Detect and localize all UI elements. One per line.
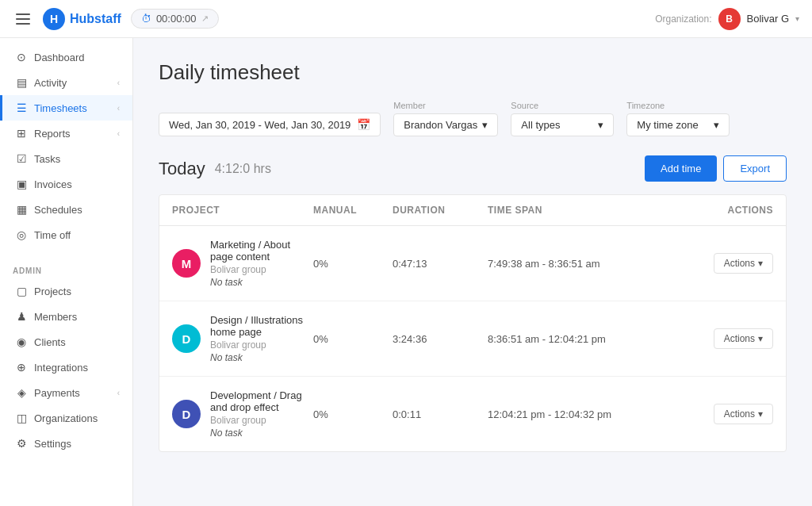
today-title: Today	[159, 159, 205, 179]
page-title: Daily timesheet	[159, 60, 787, 85]
actions-button-2[interactable]: Actions ▾	[714, 328, 773, 349]
manual-3: 0%	[313, 408, 393, 420]
topbar: H Hubstaff ⏱ 00:00:00 ↗ Organization: B …	[0, 0, 812, 38]
sidebar-item-timesheets[interactable]: ☰ Timesheets ‹	[0, 95, 132, 121]
sidebar-label-clients: Clients	[34, 336, 66, 348]
sidebar-item-schedules[interactable]: ▦ Schedules	[0, 197, 132, 222]
sidebar-item-reports[interactable]: ⊞ Reports ‹	[0, 121, 132, 146]
sidebar: ⊙ Dashboard ▤ Activity ‹ ☰ Timesheets ‹	[0, 38, 133, 506]
sidebar-label-members: Members	[34, 311, 77, 323]
sidebar-label-invoices: Invoices	[34, 178, 72, 190]
main-content: Daily timesheet Wed, Jan 30, 2019 - Wed,…	[133, 38, 812, 506]
project-cell-1: M Marketing / About page content Bolivar…	[172, 239, 313, 288]
col-project: Project	[172, 205, 313, 216]
actions-button-3[interactable]: Actions ▾	[714, 404, 773, 424]
sidebar-item-tasks[interactable]: ☑ Tasks	[0, 146, 132, 171]
logo-icon: H	[43, 8, 65, 30]
member-chevron: ▾	[482, 119, 488, 131]
timer-value: 00:00:00	[156, 13, 197, 25]
organizations-icon: ◫	[15, 412, 28, 424]
actions-cell-1: Actions ▾	[662, 253, 773, 274]
sidebar-item-timeoff[interactable]: ◎ Time off	[0, 222, 132, 247]
sidebar-label-reports: Reports	[34, 128, 71, 140]
filter-row: Wed, Jan 30, 2019 - Wed, Jan 30, 2019 📅 …	[159, 101, 787, 136]
calendar-icon: 📅	[357, 118, 370, 131]
user-menu-chevron[interactable]: ▾	[795, 14, 799, 23]
timesheets-chevron: ‹	[117, 104, 120, 113]
dashboard-icon: ⊙	[15, 51, 28, 63]
sidebar-label-settings: Settings	[34, 438, 71, 450]
member-dropdown[interactable]: Brandon Vargas ▾	[393, 113, 498, 136]
source-dropdown[interactable]: All types ▾	[511, 113, 614, 136]
member-value: Brandon Vargas	[404, 119, 477, 131]
table-row: D Development / Drag and drop effect Bol…	[159, 377, 786, 451]
sidebar-label-schedules: Schedules	[34, 204, 82, 216]
timespan-1: 7:49:38 am - 8:36:51 am	[488, 258, 662, 270]
sidebar-item-projects[interactable]: ▢ Projects	[0, 278, 132, 304]
project-name-2: Design / Illustrations home page	[210, 314, 313, 338]
timesheet-table: Project Manual Duration Time span Action…	[159, 194, 787, 452]
clock-icon: ⏱	[141, 13, 151, 25]
actions-button-1[interactable]: Actions ▾	[714, 253, 773, 274]
timespan-2: 8:36:51 am - 12:04:21 pm	[488, 333, 662, 345]
sidebar-label-timesheets: Timesheets	[34, 102, 87, 114]
col-duration: Duration	[393, 205, 488, 216]
sidebar-item-dashboard[interactable]: ⊙ Dashboard	[0, 44, 132, 70]
date-filter-group: Wed, Jan 30, 2019 - Wed, Jan 30, 2019 📅	[159, 113, 381, 136]
sidebar-item-organizations[interactable]: ◫ Organizations	[0, 405, 132, 431]
project-info-1: Marketing / About page content Bolivar g…	[210, 239, 313, 288]
reports-icon: ⊞	[15, 127, 28, 140]
logo: H Hubstaff	[43, 8, 121, 30]
sidebar-label-payments: Payments	[34, 387, 80, 399]
settings-icon: ⚙	[15, 437, 28, 450]
timesheets-icon: ☰	[15, 102, 28, 114]
sidebar-item-clients[interactable]: ◉ Clients	[0, 329, 132, 355]
actions-chevron-2: ▾	[758, 333, 763, 344]
manual-2: 0%	[313, 333, 393, 345]
invoices-icon: ▣	[15, 178, 28, 190]
org-label: Organization:	[655, 13, 711, 25]
add-time-button[interactable]: Add time	[645, 155, 717, 182]
today-hours: 4:12:0 hrs	[215, 162, 271, 176]
activity-chevron: ‹	[117, 79, 120, 87]
table-header: Project Manual Duration Time span Action…	[159, 195, 786, 226]
date-range-picker[interactable]: Wed, Jan 30, 2019 - Wed, Jan 30, 2019 📅	[159, 113, 381, 136]
project-info-2: Design / Illustrations home page Bolivar…	[210, 314, 313, 363]
timer-badge[interactable]: ⏱ 00:00:00 ↗	[131, 9, 219, 29]
avatar-marketing: M	[172, 249, 201, 278]
layout: ⊙ Dashboard ▤ Activity ‹ ☰ Timesheets ‹	[0, 38, 812, 506]
export-button[interactable]: Export	[723, 155, 787, 182]
source-value: All types	[521, 119, 560, 131]
actions-cell-3: Actions ▾	[662, 404, 773, 424]
timezone-dropdown[interactable]: My time zone ▾	[626, 113, 730, 136]
project-task-2: No task	[210, 352, 313, 363]
sidebar-label-projects: Projects	[34, 286, 71, 297]
manual-1: 0%	[313, 258, 393, 270]
sidebar-item-integrations[interactable]: ⊕ Integrations	[0, 355, 132, 380]
project-cell-3: D Development / Drag and drop effect Bol…	[172, 389, 313, 439]
col-timespan: Time span	[488, 205, 662, 216]
sidebar-item-members[interactable]: ♟ Members	[0, 304, 132, 329]
today-header: Today 4:12:0 hrs Add time Export	[159, 155, 787, 182]
member-filter-group: Member Brandon Vargas ▾	[393, 101, 498, 136]
project-group-3: Bolivar group	[210, 415, 313, 426]
duration-2: 3:24:36	[393, 333, 488, 345]
project-task-3: No task	[210, 427, 313, 439]
source-filter-group: Source All types ▾	[511, 101, 614, 136]
hamburger-menu[interactable]	[13, 10, 33, 28]
table-row: D Design / Illustrations home page Boliv…	[159, 301, 786, 377]
sidebar-item-payments[interactable]: ◈ Payments ‹	[0, 380, 132, 405]
sidebar-label-integrations: Integrations	[34, 362, 88, 374]
project-task-1: No task	[210, 277, 313, 288]
sidebar-item-settings[interactable]: ⚙ Settings	[0, 431, 132, 456]
sidebar-label-activity: Activity	[34, 77, 67, 89]
avatar-design: D	[172, 324, 201, 353]
members-icon: ♟	[15, 310, 28, 323]
expand-icon: ↗	[201, 13, 209, 24]
timespan-3: 12:04:21 pm - 12:04:32 pm	[488, 408, 662, 420]
sidebar-item-invoices[interactable]: ▣ Invoices	[0, 171, 132, 197]
sidebar-item-activity[interactable]: ▤ Activity ‹	[0, 70, 132, 95]
col-actions: Actions	[662, 205, 773, 216]
duration-3: 0:0:11	[393, 408, 488, 420]
sidebar-label-tasks: Tasks	[34, 153, 60, 165]
